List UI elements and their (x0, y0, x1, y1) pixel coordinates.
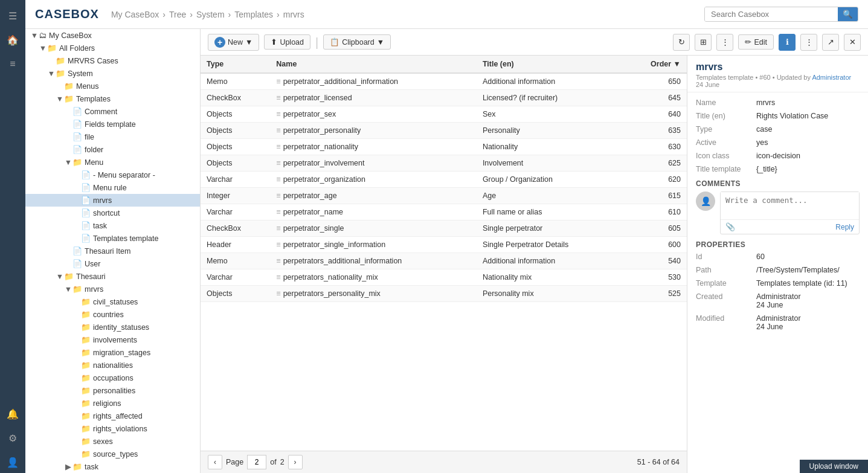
sidebar-item-menus[interactable]: 📁 Menus (25, 80, 200, 92)
cell-order: 600 (623, 237, 687, 253)
sidebar-item-nationalities[interactable]: 📁 nationalities (25, 359, 200, 372)
breadcrumb-system[interactable]: System (196, 10, 225, 19)
sidebar-item-file[interactable]: 📄 file (25, 130, 200, 143)
external-link-button[interactable]: ↗ (822, 34, 839, 51)
table-row[interactable]: Objects ≡perpetrator_personality Persona… (201, 123, 687, 139)
sidebar-item-religions[interactable]: 📁 religions (25, 397, 200, 410)
user-icon[interactable]: 👤 (2, 451, 24, 473)
close-panel-button[interactable]: ✕ (844, 34, 861, 51)
breadcrumb-mrvrs[interactable]: mrvrs (283, 10, 304, 19)
sidebar-item-folder[interactable]: 📄 folder (25, 143, 200, 156)
sidebar-item-templates-template[interactable]: 📄 Templates template (25, 232, 200, 245)
sidebar-item-thesauri[interactable]: ▼ 📁 Thesauri (25, 270, 200, 283)
table-row[interactable]: Varchar ≡perpetrators_nationality_mix Na… (201, 269, 687, 286)
sidebar-item-mrvrs[interactable]: 📄 mrvrs (25, 194, 200, 207)
sidebar-item-menu-separator[interactable]: 📄 - Menu separator - (25, 169, 200, 181)
table-row[interactable]: CheckBox ≡perpetrator_single Single perp… (201, 220, 687, 237)
sidebar-item-shortcut[interactable]: 📄 shortcut (25, 207, 200, 219)
sidebar-label: migration_stages (93, 349, 150, 357)
file-icon: 📄 (81, 170, 91, 179)
table-row[interactable]: Objects ≡perpetrator_nationality Nationa… (201, 139, 687, 155)
table-row[interactable]: Header ≡perpetrator_single_information S… (201, 237, 687, 253)
sidebar-item-all-folders[interactable]: ▼ 📁 All Folders (25, 42, 200, 54)
cell-type: Objects (201, 155, 270, 172)
table-row[interactable]: Memo ≡perpetrators_additional_informatio… (201, 253, 687, 269)
cell-type: Varchar (201, 172, 270, 188)
table-row[interactable]: Objects ≡perpetrator_sex Sex 640 (201, 106, 687, 123)
bell-icon[interactable]: 🔔 (2, 403, 24, 425)
search-button[interactable]: 🔍 (838, 7, 858, 21)
sidebar-item-comment[interactable]: 📄 Comment (25, 105, 200, 118)
folder-icon: 📁 (56, 56, 65, 65)
table-row[interactable]: CheckBox ≡perpetrator_licensed Licensed?… (201, 90, 687, 106)
sidebar-item-templates-folder[interactable]: ▼ 📁 Templates (25, 92, 200, 105)
sidebar-item-system[interactable]: ▼ 📁 System (25, 67, 200, 80)
sidebar-item-rights-violations[interactable]: 📁 rights_violations (25, 422, 200, 435)
sidebar-item-rights-affected[interactable]: 📁 rights_affected (25, 410, 200, 422)
file-icon: 📄 (72, 107, 82, 116)
sidebar-item-menu[interactable]: ▼ 📁 Menu (25, 156, 200, 169)
info-button[interactable]: ℹ (779, 34, 796, 51)
folder-icon: 📁 (64, 82, 74, 91)
sidebar-item-migration-stages[interactable]: 📁 migration_stages (25, 346, 200, 359)
next-page-button[interactable]: › (288, 455, 303, 469)
reply-button[interactable]: Reply (835, 223, 854, 231)
sidebar-item-identity-statuses[interactable]: 📁 identity_statuses (25, 321, 200, 333)
more-options-button[interactable]: ⋮ (716, 34, 733, 51)
sidebar-item-fields-template[interactable]: 📄 Fields template (25, 118, 200, 130)
sidebar-item-thesauri-item[interactable]: 📄 Thesauri Item (25, 245, 200, 257)
cell-order: 540 (623, 253, 687, 269)
breadcrumb-mycasebox[interactable]: My CaseBox (111, 10, 159, 19)
new-button[interactable]: + New ▼ (208, 34, 259, 51)
sidebar-item-source-types[interactable]: 📁 source_types (25, 448, 200, 460)
breadcrumb-templates[interactable]: Templates (234, 10, 273, 19)
home-icon[interactable]: 🏠 (2, 29, 24, 51)
breadcrumb-tree[interactable]: Tree (169, 10, 186, 19)
edit-button[interactable]: ✏ Edit (738, 34, 774, 50)
sidebar-item-thesauri-mrvrs[interactable]: ▼ 📁 mrvrs (25, 283, 200, 295)
sidebar-item-involvements[interactable]: 📁 involvements (25, 333, 200, 346)
table-row[interactable]: Memo ≡perpetrator_additional_information… (201, 73, 687, 90)
avatar: 👤 (696, 191, 715, 211)
table-row[interactable]: Objects ≡perpetrators_personality_mix Pe… (201, 286, 687, 302)
sidebar-item-personalities[interactable]: 📁 personalities (25, 384, 200, 397)
more-panel-options[interactable]: ⋮ (800, 34, 817, 51)
table-row[interactable]: Integer ≡perpetrator_age Age 615 (201, 188, 687, 204)
upload-button[interactable]: ⬆ Upload (264, 34, 310, 50)
list-icon[interactable]: ≡ (2, 53, 24, 75)
meta-label: Template (696, 279, 756, 288)
col-title: Title (en) (477, 56, 623, 73)
page-number-input[interactable] (247, 455, 266, 469)
sidebar-item-occupations[interactable]: 📁 occupations (25, 372, 200, 384)
folder-icon: 📁 (47, 43, 57, 53)
prev-page-button[interactable]: ‹ (208, 455, 222, 469)
sidebar-item-mrvrs-cases[interactable]: 📁 MRVRS Cases (25, 54, 200, 67)
total-pages: 2 (280, 458, 285, 466)
table-row[interactable]: Objects ≡perpetrator_involvement Involve… (201, 155, 687, 172)
sidebar-item-sexes[interactable]: 📁 sexes (25, 435, 200, 448)
search-input[interactable] (705, 7, 838, 21)
table-row[interactable]: Varchar ≡perpetrator_name Full name or a… (201, 204, 687, 220)
sidebar-item-civil-statuses[interactable]: 📁 civil_statuses (25, 295, 200, 308)
comment-input[interactable] (721, 192, 859, 217)
prop-row: Icon classicon-decision (696, 152, 860, 160)
app-logo: CASEBOX (35, 7, 99, 21)
prop-value: mrvrs (756, 98, 775, 107)
table-row[interactable]: Varchar ≡perpetrator_organization Group … (201, 172, 687, 188)
attach-icon[interactable]: 📎 (725, 222, 735, 231)
grid-view-button[interactable]: ⊞ (695, 34, 712, 51)
col-order[interactable]: Order ▼ (623, 56, 687, 73)
menu-icon[interactable]: ☰ (2, 5, 24, 27)
sidebar-item-task-thesauri[interactable]: ▶ 📁 task (25, 460, 200, 473)
sidebar-item-menu-rule[interactable]: 📄 Menu rule (25, 181, 200, 194)
clipboard-button[interactable]: 📋 Clipboard ▼ (323, 34, 391, 50)
sidebar-item-countries[interactable]: 📁 countries (25, 308, 200, 321)
panel-user-link[interactable]: Administrator (812, 74, 851, 81)
refresh-button[interactable]: ↻ (673, 34, 690, 51)
sidebar-item-task[interactable]: 📄 task (25, 219, 200, 232)
settings-icon[interactable]: ⚙ (2, 427, 24, 449)
sidebar-item-my-casebox[interactable]: ▼ 🗂 My CaseBox (25, 29, 200, 42)
folder-icon: 📁 (81, 449, 91, 459)
meta-value: Administrator 24 June (756, 314, 801, 331)
sidebar-item-user[interactable]: 📄 User (25, 257, 200, 270)
